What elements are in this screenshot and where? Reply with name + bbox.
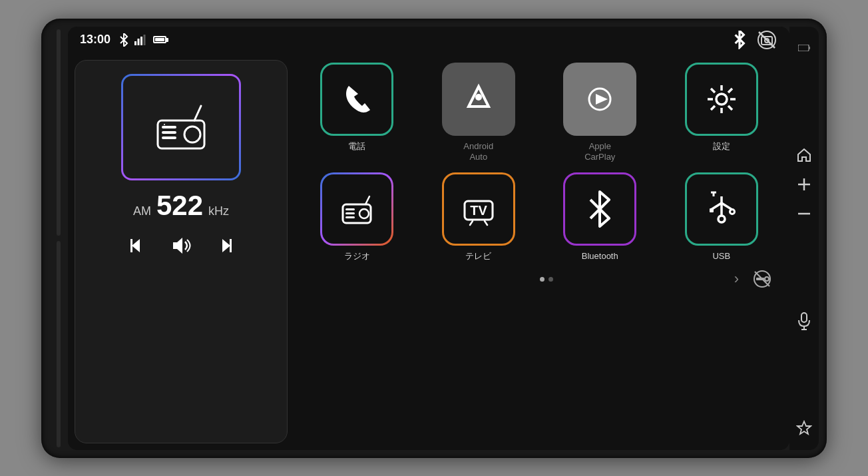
app-item-android-auto[interactable]: AndroidAuto — [423, 63, 535, 164]
svg-line-45 — [722, 203, 732, 210]
no-smoking-icon — [752, 269, 772, 289]
svg-point-14 — [164, 124, 165, 125]
svg-line-41 — [470, 221, 473, 225]
app-item-phone[interactable]: 電話 — [301, 63, 413, 164]
volume-button[interactable] — [170, 236, 192, 255]
status-bar: 13:00 — [68, 27, 789, 53]
bluetooth-label: Bluetooth — [582, 251, 618, 262]
clock-display: 13:00 — [80, 33, 110, 47]
carplay-icon-box — [563, 63, 636, 136]
now-playing-panel: AM 522 kHz — [75, 60, 288, 443]
prev-button[interactable] — [130, 236, 149, 255]
radio-artwork-box — [121, 74, 241, 180]
battery-icon — [153, 36, 166, 43]
usb-icon-box — [685, 172, 758, 246]
app-item-tv[interactable]: TV テレビ — [423, 172, 535, 262]
app-grid-area: 電話 AndroidAuto — [296, 60, 783, 443]
svg-marker-63 — [797, 421, 811, 434]
svg-line-31 — [728, 89, 732, 93]
frequency-number: 522 — [156, 190, 203, 222]
radio-label: ラジオ — [344, 251, 370, 262]
app-item-settings[interactable]: 設定 — [666, 63, 778, 164]
svg-rect-1 — [138, 39, 140, 45]
page-dot-1 — [540, 277, 544, 282]
app-grid: 電話 AndroidAuto — [296, 60, 783, 266]
svg-rect-16 — [130, 239, 132, 252]
android-icon-box — [442, 63, 515, 136]
main-screen: 13:00 — [68, 27, 789, 450]
tv-icon-box: TV — [442, 172, 515, 246]
svg-rect-34 — [345, 208, 355, 210]
zoom-in-button[interactable] — [792, 172, 816, 196]
svg-line-42 — [485, 221, 487, 225]
grid-footer: › — [296, 265, 783, 290]
zoom-out-button[interactable] — [792, 202, 816, 226]
svg-rect-36 — [345, 216, 355, 218]
home-button[interactable] — [792, 143, 816, 167]
svg-rect-2 — [140, 37, 142, 45]
svg-rect-11 — [162, 136, 176, 139]
svg-line-13 — [194, 106, 201, 120]
android-auto-label: AndroidAuto — [463, 141, 493, 164]
car-display-unit: 13:00 — [41, 19, 827, 458]
svg-point-53 — [765, 277, 769, 281]
svg-rect-0 — [134, 41, 136, 45]
svg-rect-3 — [144, 35, 146, 45]
right-nav-bar — [789, 27, 819, 450]
app-item-bluetooth[interactable]: Bluetooth — [544, 172, 656, 262]
transport-controls — [86, 236, 276, 255]
phone-label: 電話 — [348, 141, 365, 152]
radio-icon-box-app — [320, 172, 393, 246]
svg-point-48 — [718, 216, 725, 222]
svg-line-29 — [711, 89, 715, 93]
svg-line-38 — [365, 196, 369, 204]
frequency-display: AM 522 kHz — [133, 190, 229, 222]
radio-art-icon — [151, 101, 211, 154]
svg-rect-19 — [230, 239, 232, 252]
main-content-area: AM 522 kHz — [68, 53, 789, 450]
signal-icon — [134, 35, 148, 45]
svg-rect-46 — [710, 208, 714, 212]
usb-label: USB — [712, 251, 730, 262]
svg-point-21 — [475, 94, 482, 101]
svg-marker-18 — [222, 239, 230, 252]
svg-rect-9 — [162, 126, 176, 128]
svg-line-30 — [728, 106, 732, 110]
frequency-unit: kHz — [208, 204, 229, 218]
power-indicator — [792, 36, 816, 60]
svg-text:TV: TV — [470, 203, 487, 218]
tv-label: テレビ — [465, 251, 491, 262]
settings-label: 設定 — [713, 141, 730, 152]
svg-marker-15 — [132, 239, 140, 252]
carplay-label: AppleCarPlay — [584, 141, 615, 164]
mic-button[interactable] — [792, 309, 816, 333]
bluetooth-icon-box — [563, 172, 636, 246]
svg-rect-35 — [345, 212, 355, 214]
bluetooth-top-icon — [732, 31, 747, 49]
no-image-icon — [756, 29, 777, 51]
svg-marker-23 — [596, 94, 608, 105]
svg-point-12 — [184, 126, 200, 142]
bluetooth-status-icon — [118, 33, 129, 47]
svg-point-47 — [730, 210, 734, 214]
svg-marker-17 — [173, 238, 182, 254]
left-physical-bar — [49, 27, 68, 450]
favorites-button[interactable] — [792, 416, 816, 440]
svg-point-24 — [716, 94, 727, 105]
app-item-carplay[interactable]: AppleCarPlay — [544, 63, 656, 164]
app-item-usb[interactable]: USB — [666, 172, 778, 262]
page-indicator — [540, 277, 553, 282]
next-button[interactable] — [213, 236, 232, 255]
svg-rect-56 — [809, 47, 811, 49]
svg-rect-55 — [798, 45, 809, 51]
frequency-band: AM — [133, 204, 151, 218]
phone-icon-box — [320, 63, 393, 136]
app-item-radio[interactable]: ラジオ — [301, 172, 413, 262]
svg-rect-10 — [162, 131, 176, 134]
next-page-arrow[interactable]: › — [734, 270, 739, 288]
svg-line-32 — [711, 106, 715, 110]
page-dot-2 — [548, 277, 553, 282]
svg-rect-60 — [801, 313, 807, 322]
top-right-icons — [732, 29, 777, 51]
settings-icon-box — [685, 63, 758, 136]
